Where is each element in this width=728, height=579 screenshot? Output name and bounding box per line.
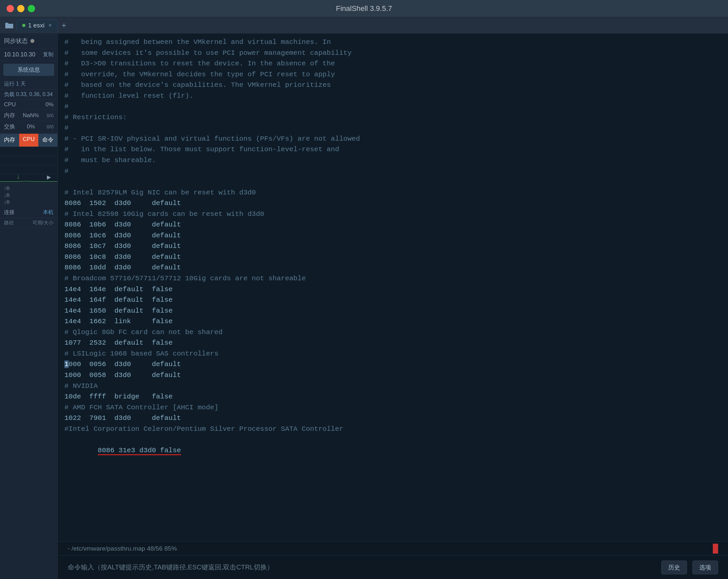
sync-status-row: 同步状态	[0, 34, 57, 49]
main-layout: 同步状态 10.10.10.30 复制 系统信息 运行 1 天 负载 0.33,…	[0, 34, 728, 579]
command-input[interactable]	[279, 563, 656, 571]
connections-link[interactable]: 本机	[43, 209, 53, 216]
term-line: 1000 0058 d3d0 default	[64, 371, 181, 379]
sidebar-tab-cpu[interactable]: CPU	[19, 134, 38, 146]
traffic-total-label: ↕B	[4, 199, 10, 205]
term-line: 14e4 1662 link false	[64, 318, 173, 325]
swap-extra: 0/0	[47, 124, 53, 130]
sidebar-tab-mem[interactable]: 内存	[0, 134, 19, 146]
term-line: # AMD FCH SATA Controller [AHCI mode]	[64, 404, 218, 411]
term-line: 14e4 164f default false	[64, 296, 173, 304]
cpu-label: CPU	[4, 101, 16, 108]
term-line: 8086 1502 d3d0 default	[64, 199, 181, 207]
term-line: 10de ffff bridge false	[64, 393, 173, 401]
mem-extra: 0/0	[47, 113, 53, 118]
term-line: # in the list below. Those must support …	[64, 145, 339, 153]
terminal-statusbar: - /etc/vmware/passthru.map 48/56 85% |	[58, 541, 728, 555]
tab-esxi[interactable]: 1 esxi ×	[17, 20, 57, 31]
term-line: #	[64, 124, 69, 132]
tab-close-button[interactable]: ×	[49, 22, 52, 29]
app-title: FinalShell 3.9.5.7	[336, 4, 392, 13]
terminal-output[interactable]: # being assigned between the VMkernel an…	[58, 34, 728, 541]
sync-label: 同步状态	[4, 37, 28, 45]
terminal-inputbar: 命令输入（按ALT键提示历史,TAB键路径,ESC键返回,双击CTRL切换） 历…	[58, 555, 728, 579]
mem-label: 内存	[4, 112, 15, 119]
cpu-stat: CPU 0%	[0, 100, 57, 110]
term-line: #Intel Corporation Celeron/Pentium Silve…	[64, 425, 343, 433]
mem-stat: 内存 NaN% 0/0	[0, 110, 57, 121]
term-line: # override, the VMkernel decides the typ…	[64, 71, 335, 78]
history-button[interactable]: 历史	[661, 560, 687, 574]
term-line: # being assigned between the VMkernel an…	[64, 38, 331, 46]
cursor-indicator: |	[713, 544, 718, 554]
connections-label: 连接	[4, 209, 15, 216]
input-hint-label: 命令输入（按ALT键提示历史,TAB键路径,ESC键返回,双击CTRL切换）	[68, 563, 274, 572]
chart-down-arrow: ↓	[17, 173, 20, 180]
term-line: 8086 10c8 d3d0 default	[64, 253, 181, 261]
cpu-value: 0%	[45, 101, 53, 108]
terminal-area: # being assigned between the VMkernel an…	[58, 34, 728, 579]
folder-icon[interactable]	[3, 20, 15, 31]
connections-section: 连接 本机	[0, 207, 57, 218]
term-line: # must be shareable.	[64, 157, 156, 164]
titlebar: FinalShell 3.9.5.7	[0, 0, 728, 17]
term-line: # Restrictions:	[64, 114, 127, 121]
term-line: #	[64, 167, 69, 175]
term-line: # - PCI SR-IOV physical and virtual func…	[64, 135, 360, 143]
term-line: 8086 10c7 d3d0 default	[64, 242, 181, 250]
close-button[interactable]	[7, 5, 14, 12]
term-line: #	[64, 103, 69, 110]
tab-status-dot	[22, 24, 25, 27]
swap-label: 交换	[4, 123, 15, 130]
term-line: # NVIDIA	[64, 382, 98, 390]
term-line: # some devices it's possible to use PCI …	[64, 49, 352, 57]
maximize-button[interactable]	[28, 5, 35, 12]
term-line: 1022 7901 d3d0 default	[64, 414, 181, 422]
traffic-section: ↑B ↓B ↕B	[0, 183, 57, 207]
tabbar: 1 esxi × +	[0, 17, 728, 34]
swap-stat: 交换 0% 0/0	[0, 121, 57, 132]
term-line: 1000 0056 d3d0 default	[64, 360, 181, 368]
sidebar-chart: ↓ ▶	[0, 147, 57, 183]
mem-value: NaN%	[23, 112, 39, 119]
options-button[interactable]: 选项	[692, 560, 718, 574]
term-line: # based on the device's capabilities. Th…	[64, 81, 331, 89]
term-line: # function level reset (flr).	[64, 92, 193, 100]
tab-add-button[interactable]: +	[59, 20, 69, 31]
highlighted-line: 8086 31e3 d3d0 false	[64, 434, 721, 467]
disk-col-path: 路径	[4, 220, 14, 226]
sysinfo-button[interactable]: 系统信息	[3, 64, 54, 76]
uptime: 运行 1 天	[0, 79, 57, 90]
traffic-down-label: ↓B	[4, 192, 10, 198]
term-line: 8086 10c6 d3d0 default	[64, 232, 181, 239]
term-line: 14e4 164e default false	[64, 285, 173, 293]
sidebar-tab-group: 内存 CPU 命令	[0, 134, 57, 147]
copy-ip-button[interactable]: 复制	[43, 51, 53, 58]
term-line: # Intel 82598 10Gig cards can be reset w…	[64, 210, 264, 218]
term-line: 8086 10b6 d3d0 default	[64, 221, 181, 228]
term-line: # D3->D0 transitions to reset the device…	[64, 60, 335, 67]
sync-dot	[30, 39, 34, 43]
minimize-button[interactable]	[17, 5, 24, 12]
statusbar-path: - /etc/vmware/passthru.map 48/56 85%	[68, 545, 709, 552]
chart-right-arrow: ▶	[47, 174, 51, 180]
disk-header: 路径 可用/大小	[0, 218, 57, 228]
term-line: # Broadcom 57710/57711/57712 10Gig cards…	[64, 275, 306, 282]
traffic-up-label: ↑B	[4, 185, 10, 191]
tab-label: 1 esxi	[28, 22, 45, 29]
sidebar: 同步状态 10.10.10.30 复制 系统信息 运行 1 天 负载 0.33,…	[0, 34, 58, 579]
term-line: 8086 10dd d3d0 default	[64, 264, 181, 271]
titlebar-buttons	[7, 5, 35, 12]
term-line: # LSILogic 1068 based SAS controllers	[64, 350, 218, 358]
ip-row: 10.10.10.30 复制	[0, 49, 57, 61]
swap-value: 0%	[27, 123, 35, 130]
load-average: 负载 0.33, 0.36, 0.34	[0, 90, 57, 100]
term-line: # Qlogic 8Gb FC card can not be shared	[64, 328, 223, 336]
term-line: 14e4 1650 default false	[64, 307, 173, 314]
disk-col-size: 可用/大小	[32, 220, 53, 226]
term-line: 1077 2532 default false	[64, 339, 173, 347]
ip-address: 10.10.10.30	[4, 51, 35, 58]
traffic-down: ↓B	[4, 191, 53, 198]
sidebar-tab-cmd[interactable]: 命令	[38, 134, 57, 146]
traffic-up: ↑B	[4, 185, 53, 191]
